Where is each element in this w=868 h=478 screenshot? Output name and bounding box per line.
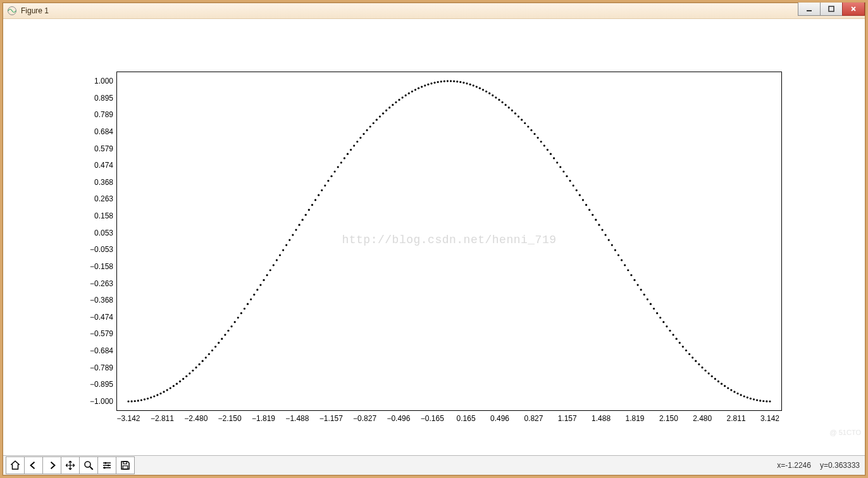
svg-point-116 [492,94,493,96]
svg-point-142 [576,189,578,191]
svg-point-134 [550,153,552,155]
maximize-button[interactable] [820,3,843,16]
svg-point-45 [263,279,264,281]
close-button[interactable] [842,3,865,16]
svg-point-146 [588,209,590,211]
svg-point-26 [202,360,204,362]
svg-point-190 [730,389,732,391]
svg-point-144 [582,199,584,201]
svg-rect-208 [123,466,128,469]
y-tick-label: −0.789 [90,363,117,372]
svg-point-50 [279,254,281,256]
y-tick-label: 1.000 [94,77,117,85]
svg-point-25 [199,363,201,365]
svg-point-153 [611,244,613,246]
x-tick-label: 3.142 [760,410,779,423]
svg-point-35 [230,325,232,327]
svg-point-66 [330,175,332,177]
configure-button[interactable] [97,456,116,474]
svg-point-56 [298,224,300,226]
svg-point-28 [208,353,210,355]
svg-point-122 [511,110,513,111]
save-button[interactable] [116,456,135,474]
x-tick-label: −2.811 [151,410,174,423]
svg-point-76 [363,133,364,135]
svg-point-108 [466,82,468,84]
y-tick-label: 0.579 [94,144,117,153]
svg-point-67 [334,170,336,172]
svg-point-124 [518,116,519,118]
x-tick-label: 2.811 [727,410,746,423]
svg-point-183 [708,372,710,374]
plot-canvas[interactable]: http://blog.csdn.net/henni_719 −1.000−0.… [3,19,865,455]
svg-point-178 [691,356,693,358]
svg-point-54 [292,234,294,236]
data-curve [117,72,781,410]
svg-point-151 [605,234,607,236]
svg-point-135 [553,157,555,159]
cursor-y: y=0.363333 [820,461,860,470]
svg-point-193 [740,394,742,396]
y-tick-label: −0.684 [90,346,117,355]
svg-point-138 [562,170,564,172]
zoom-button[interactable] [79,456,98,474]
svg-point-121 [508,106,510,108]
svg-point-80 [376,119,378,121]
home-button[interactable] [6,456,25,474]
svg-point-136 [556,161,558,163]
svg-point-77 [366,129,368,131]
x-tick-label: 0.165 [457,410,476,423]
svg-point-87 [398,99,400,101]
svg-point-189 [727,387,729,389]
svg-point-159 [630,274,632,276]
svg-point-52 [285,244,287,246]
svg-point-127 [527,125,529,127]
svg-point-158 [627,269,629,271]
svg-point-64 [324,184,326,186]
minimize-button[interactable] [798,3,821,16]
svg-point-199 [759,399,761,401]
svg-point-187 [721,383,722,385]
svg-point-39 [244,308,245,310]
x-tick-label: −1.157 [319,410,343,423]
svg-point-149 [598,224,600,226]
x-tick-label: −0.165 [421,410,444,423]
svg-point-59 [308,209,310,211]
svg-point-10 [150,396,152,398]
svg-point-109 [469,84,471,85]
svg-point-94 [421,85,423,87]
svg-point-196 [750,398,752,399]
svg-rect-1 [807,10,812,11]
x-tick-label: −0.496 [387,410,410,423]
y-tick-label: −0.368 [90,296,117,305]
svg-point-197 [753,398,755,400]
svg-point-165 [650,303,652,305]
svg-point-105 [456,80,458,82]
svg-point-51 [282,249,284,251]
svg-point-82 [382,113,384,115]
y-tick-label: 0.053 [94,229,117,237]
forward-button[interactable] [42,456,61,474]
axes-frame: http://blog.csdn.net/henni_719 −1.000−0.… [116,72,782,411]
svg-point-20 [182,378,184,380]
svg-point-29 [211,349,213,351]
svg-point-42 [253,294,255,296]
svg-point-48 [273,264,275,266]
pan-button[interactable] [61,456,80,474]
window-title: Figure 1 [21,6,49,15]
svg-point-155 [617,254,619,256]
back-button[interactable] [24,456,43,474]
svg-point-6 [137,399,139,401]
svg-point-129 [533,133,535,135]
titlebar[interactable]: Figure 1 [3,3,865,19]
svg-point-181 [701,367,703,368]
svg-point-172 [673,334,674,336]
svg-point-36 [234,321,236,323]
svg-point-195 [747,396,748,398]
cursor-x: x=-1.2246 [777,461,811,470]
svg-point-14 [163,391,164,393]
svg-point-148 [595,219,597,221]
svg-point-83 [385,110,387,111]
svg-point-5 [134,400,136,402]
svg-point-16 [170,387,171,389]
